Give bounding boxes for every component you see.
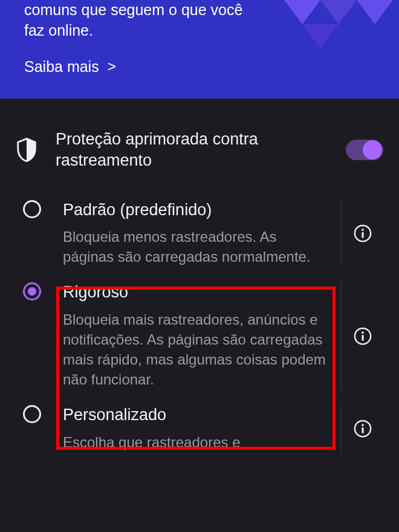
option-desc: Bloqueia menos rastreadores. As páginas … (63, 227, 330, 267)
option-title: Padrão (predefinido) (63, 200, 330, 219)
option-strict: Rigoroso Bloqueia mais rastreadores, anú… (16, 282, 383, 389)
chevron-right-icon: > (108, 58, 116, 75)
svg-point-1 (362, 229, 364, 231)
option-info-wrap (341, 282, 383, 389)
info-icon[interactable] (354, 224, 372, 242)
svg-rect-2 (362, 232, 363, 238)
option-title: Personalizado (63, 405, 330, 424)
info-icon[interactable] (354, 420, 372, 438)
learn-more-label: Saiba mais (24, 58, 99, 76)
option-title: Rigoroso (63, 282, 330, 302)
radio-strict[interactable] (23, 282, 41, 300)
svg-point-4 (362, 331, 364, 334)
option-desc: Bloqueia mais rastreadores, anúncios e n… (63, 310, 330, 389)
option-info-wrap (341, 200, 383, 267)
learn-more-link[interactable]: Saiba mais > (24, 58, 116, 76)
svg-rect-8 (362, 427, 363, 433)
option-body-custom[interactable]: Personalizado Escolha que rastreadores e (63, 405, 337, 452)
section-title: Proteção aprimorada contra rastreamento (56, 129, 328, 171)
option-radio-wrap (16, 200, 63, 267)
protection-level-options: Padrão (predefinido) Bloqueia menos rast… (16, 200, 383, 452)
tracking-protection-section: Proteção aprimorada contra rastreamento … (0, 99, 399, 452)
info-icon[interactable] (354, 327, 372, 345)
option-body-standard[interactable]: Padrão (predefinido) Bloqueia menos rast… (63, 200, 337, 267)
shield-icon (16, 138, 37, 162)
option-radio-wrap (16, 282, 63, 389)
radio-standard[interactable] (23, 200, 41, 218)
tracking-protection-toggle[interactable] (346, 140, 383, 160)
toggle-thumb (363, 140, 382, 160)
option-standard: Padrão (predefinido) Bloqueia menos rast… (16, 200, 383, 267)
section-header: Proteção aprimorada contra rastreamento (16, 129, 383, 171)
radio-custom[interactable] (23, 405, 41, 423)
svg-point-7 (362, 424, 364, 426)
info-banner: comuns que seguem o que você faz online.… (0, 0, 399, 99)
option-body-strict[interactable]: Rigoroso Bloqueia mais rastreadores, anú… (63, 282, 337, 389)
option-desc: Escolha que rastreadores e (63, 432, 330, 452)
option-custom: Personalizado Escolha que rastreadores e (16, 405, 383, 452)
banner-text: comuns que seguem o que você faz online. (24, 0, 254, 41)
banner-decoration (266, 0, 399, 66)
option-radio-wrap (16, 405, 63, 452)
svg-rect-5 (362, 334, 363, 340)
option-info-wrap (341, 405, 383, 452)
